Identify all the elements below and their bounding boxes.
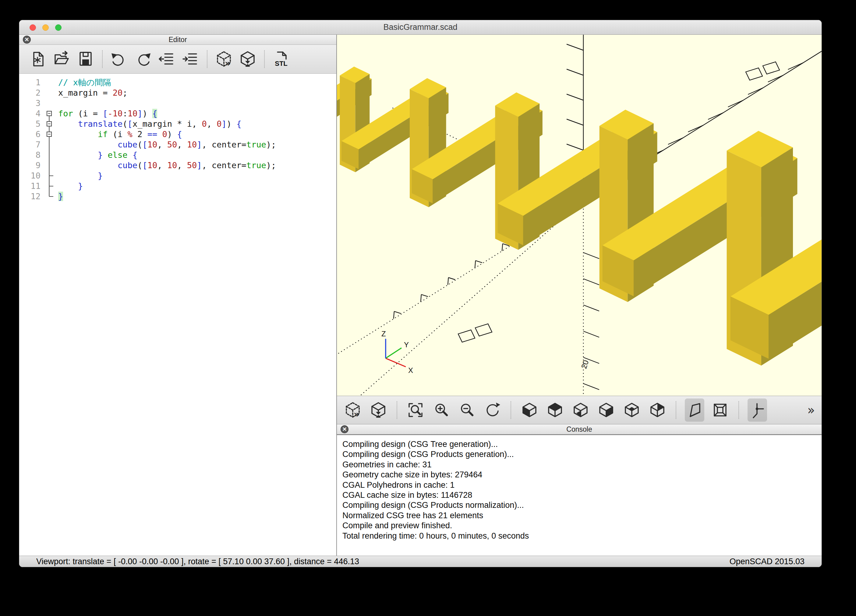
- render-button[interactable]: [369, 399, 388, 422]
- console-line: Compile and preview finished.: [342, 521, 822, 531]
- toolbar-separator: [207, 50, 208, 68]
- view-bottom-button[interactable]: [571, 399, 590, 422]
- code-text: }: [54, 191, 63, 202]
- editor-panel: ✕ Editor »STL 1// x軸の間隔2x_margin = 20;34…: [19, 35, 336, 556]
- openscad-window: BasicGrammar.scad ✕ Editor »STL 1// x軸の間…: [19, 20, 822, 567]
- line-number: 7: [19, 140, 44, 150]
- code-editor[interactable]: 1// x軸の間隔2x_margin = 20;34for (i = [-10:…: [19, 74, 336, 556]
- zoom-window-button[interactable]: [55, 25, 62, 31]
- export-stl-button[interactable]: STL: [271, 48, 291, 71]
- toolbar-overflow-icon[interactable]: »: [808, 396, 815, 424]
- line-number: 5: [19, 119, 44, 129]
- console-line: CGAL Polyhedrons in cache: 1: [342, 480, 822, 490]
- console-line: Geometry cache size in bytes: 279464: [342, 470, 822, 480]
- save-icon: [80, 52, 91, 65]
- svg-text:X: X: [408, 366, 413, 374]
- fold-guide: [44, 171, 54, 181]
- reset-view-icon: [487, 403, 500, 416]
- console-line: CGAL cache size in bytes: 1146728: [342, 490, 822, 500]
- console-line: Geometries in cache: 31: [342, 460, 822, 470]
- code-line[interactable]: 6 if (i % 2 == 0) {: [19, 129, 336, 140]
- toolbar-separator: [397, 401, 397, 419]
- view-front-button[interactable]: [622, 399, 642, 422]
- code-line[interactable]: 12}: [19, 191, 336, 202]
- toolbar-separator: [102, 50, 103, 68]
- preview-button[interactable]: »: [343, 399, 362, 422]
- view-back-icon: [651, 403, 664, 416]
- title-bar[interactable]: BasicGrammar.scad: [19, 20, 822, 35]
- minimize-window-button[interactable]: [42, 25, 49, 31]
- code-line[interactable]: 10 }: [19, 171, 336, 181]
- view-back-button[interactable]: [648, 399, 667, 422]
- view-left-icon: [523, 403, 536, 416]
- cube-render-icon: [241, 52, 254, 67]
- code-line[interactable]: 8 } else {: [19, 150, 336, 160]
- console-line: Total rendering time: 0 hours, 0 minutes…: [342, 531, 822, 541]
- line-number: 10: [19, 171, 44, 181]
- svg-text:»: »: [354, 409, 359, 419]
- viewport-toolbar: » »»: [337, 396, 822, 424]
- code-text: }: [54, 171, 103, 181]
- view-front-icon: [625, 403, 638, 416]
- zoom-in-icon: [436, 404, 447, 415]
- code-line[interactable]: 2x_margin = 20;: [19, 88, 336, 98]
- code-line[interactable]: 5 translate([x_margin * i, 0, 0]) {: [19, 119, 336, 129]
- indent-icon: [183, 54, 197, 64]
- code-line[interactable]: 4for (i = [-10:10]) {: [19, 108, 336, 119]
- close-window-button[interactable]: [29, 25, 36, 31]
- code-text: if (i % 2 == 0) {: [54, 129, 182, 140]
- render-button[interactable]: [238, 48, 257, 71]
- fold-marker-icon[interactable]: [44, 129, 54, 140]
- undo-button[interactable]: [109, 48, 129, 71]
- cube-dashed-icon: »: [346, 403, 359, 419]
- viewport-panel: 20XYZ » »» ✕ Console Compiling design (C…: [337, 35, 822, 556]
- code-line[interactable]: 7 cube([10, 50, 10], center=true);: [19, 140, 336, 150]
- console-line: Compiling design (CSG Products generatio…: [342, 450, 822, 459]
- perspective-button[interactable]: [685, 399, 704, 422]
- code-line[interactable]: 1// x軸の間隔: [19, 77, 336, 88]
- view-top-button[interactable]: [545, 399, 565, 422]
- console-log[interactable]: Compiling design (CSG Tree generation)..…: [337, 434, 822, 556]
- code-text: [54, 98, 58, 108]
- code-line[interactable]: 3: [19, 98, 336, 108]
- preview-button[interactable]: »: [214, 48, 234, 71]
- unindent-button[interactable]: [157, 48, 176, 71]
- outdent-icon: [159, 54, 173, 64]
- toolbar-separator: [738, 401, 739, 419]
- view-right-button[interactable]: [596, 399, 616, 422]
- close-editor-icon[interactable]: ✕: [23, 35, 31, 43]
- view-left-button[interactable]: [520, 399, 539, 422]
- code-line[interactable]: 9 cube([10, 10, 50], center=true);: [19, 160, 336, 171]
- save-button[interactable]: [76, 48, 95, 71]
- status-bar: Viewport: translate = [ -0.00 -0.00 -0.0…: [19, 556, 822, 567]
- view-top-icon: [549, 403, 562, 416]
- stl-icon: STL: [275, 52, 288, 67]
- view-all-button[interactable]: [406, 399, 425, 422]
- svg-text:STL: STL: [275, 60, 288, 67]
- fold-guide: [44, 150, 54, 160]
- code-line[interactable]: 11 }: [19, 181, 336, 191]
- crosshair-icon: [753, 403, 764, 418]
- orthographic-button[interactable]: [710, 399, 730, 422]
- console-line: Compiling design (CSG Tree generation)..…: [342, 439, 822, 450]
- fold-guide: [44, 181, 54, 191]
- open-file-button[interactable]: [52, 48, 72, 71]
- redo-button[interactable]: [133, 48, 152, 71]
- zoom-out-button[interactable]: [457, 399, 476, 422]
- zoom-in-button[interactable]: [431, 399, 451, 422]
- fold-marker-icon[interactable]: [44, 119, 54, 129]
- fold-marker-icon[interactable]: [44, 108, 54, 119]
- code-text: cube([10, 10, 50], center=true);: [54, 160, 276, 171]
- close-console-icon[interactable]: ✕: [340, 425, 348, 433]
- show-axes-button[interactable]: [748, 399, 767, 422]
- console-line: Normalized CSG tree has 21 elements: [342, 511, 822, 521]
- code-text: // x軸の間隔: [54, 77, 111, 88]
- toolbar-separator: [676, 401, 676, 419]
- indent-button[interactable]: [181, 48, 200, 71]
- line-number: 2: [19, 88, 44, 98]
- reset-view-button[interactable]: [482, 399, 502, 422]
- 3d-scene: 20XYZ: [337, 35, 822, 396]
- 3d-viewport[interactable]: 20XYZ: [337, 35, 822, 396]
- new-file-button[interactable]: [28, 48, 48, 71]
- window-title: BasicGrammar.scad: [383, 23, 457, 32]
